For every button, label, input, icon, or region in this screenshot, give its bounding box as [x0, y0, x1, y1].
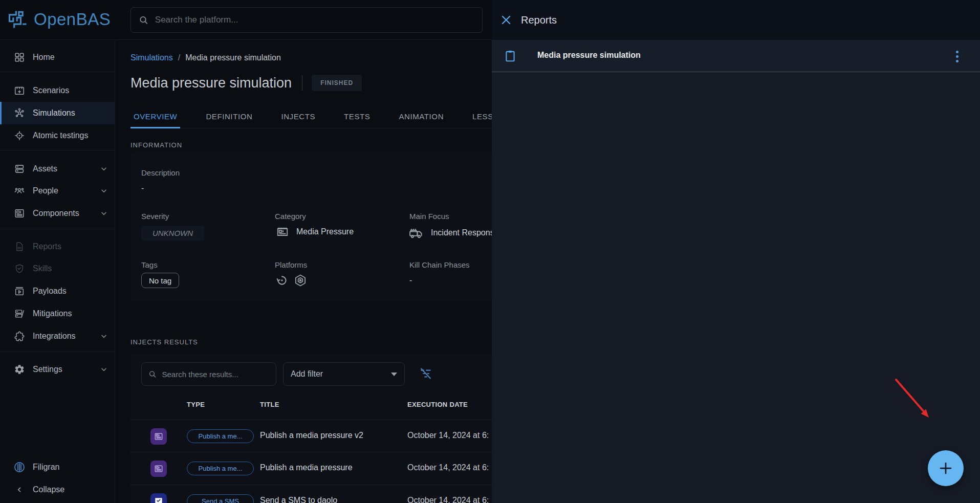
- breadcrumb: Simulations/Media pressure simulation: [130, 53, 281, 62]
- inject-type-chip[interactable]: Send a SMS: [187, 494, 254, 503]
- chevron-down-icon: [100, 187, 108, 195]
- fire-truck-icon: [408, 225, 424, 240]
- filigran-logo: [13, 461, 26, 473]
- sidebar-item-label: People: [33, 186, 58, 195]
- sidebar-item-filigran[interactable]: Filigran: [0, 456, 115, 478]
- results-search-input[interactable]: [161, 369, 270, 379]
- newspaper-icon: [276, 225, 289, 238]
- search-icon: [148, 369, 157, 379]
- sidebar-divider: [0, 72, 115, 72]
- report-item-title: Media pressure simulation: [537, 51, 641, 60]
- sidebar-item-integrations[interactable]: Integrations: [0, 325, 115, 347]
- drawer-title: Reports: [521, 14, 557, 26]
- inject-execution-date: October 14, 2024 at 6:: [407, 496, 489, 503]
- platform-swirl-icon: [275, 273, 289, 288]
- column-header-type: TYPE: [187, 401, 205, 408]
- page-title: Media pressure simulation: [130, 75, 292, 91]
- platform-search-input[interactable]: [154, 14, 475, 26]
- sidebar-item-label: Mitigations: [33, 309, 72, 318]
- sidebar-item-label: Payloads: [33, 287, 67, 296]
- reports-drawer: Reports Media pressure simulation: [492, 0, 980, 503]
- filter-off-icon[interactable]: [419, 366, 433, 381]
- app-logo[interactable]: OpenBAS: [6, 8, 111, 31]
- sidebar-item-scenarios[interactable]: Scenarios: [0, 79, 115, 102]
- sidebar-collapse-button[interactable]: Collapse: [0, 478, 115, 501]
- sidebar-item-people[interactable]: People: [0, 180, 115, 202]
- kill-chain-phases-label: Kill Chain Phases: [409, 260, 470, 269]
- add-report-fab[interactable]: [928, 450, 964, 486]
- sidebar-item-label: Reports: [33, 242, 61, 251]
- inject-type-chip[interactable]: Publish a me...: [187, 429, 254, 443]
- tab-overview[interactable]: OVERVIEW: [130, 105, 180, 128]
- tab-injects[interactable]: INJECTS: [278, 105, 318, 128]
- openbas-logo-icon: [6, 8, 30, 31]
- close-icon[interactable]: [500, 14, 512, 26]
- sidebar-item-label: Assets: [33, 164, 57, 173]
- title-divider: [302, 75, 302, 91]
- sidebar-divider: [0, 229, 115, 229]
- chevron-left-icon: [13, 484, 26, 496]
- add-filter-select[interactable]: Add filter: [283, 362, 405, 386]
- kebab-menu-icon[interactable]: [950, 50, 964, 63]
- category-label: Category: [275, 212, 306, 221]
- sidebar-item-mitigations[interactable]: Mitigations: [0, 302, 115, 325]
- description-label: Description: [141, 168, 180, 177]
- sidebar-item-label: Integrations: [33, 332, 76, 341]
- chevron-down-icon: [100, 209, 108, 217]
- main-focus-value-text: Incident Response: [431, 228, 499, 237]
- payloads-icon: [13, 285, 26, 297]
- logo-text: OpenBAS: [34, 10, 111, 29]
- integrations-icon: [13, 330, 26, 342]
- tab-animation[interactable]: ANIMATION: [396, 105, 447, 128]
- sidebar-item-label: Atomic testings: [33, 131, 88, 140]
- sidebar: Home Scenarios Simulations Atomic testin…: [0, 40, 115, 503]
- breadcrumb-simulations-link[interactable]: Simulations: [130, 53, 173, 62]
- sidebar-item-label: Home: [33, 53, 55, 62]
- sidebar-item-simulations[interactable]: Simulations: [0, 102, 115, 124]
- column-header-execution-date: EXECUTION DATE: [407, 401, 468, 408]
- page-title-row: Media pressure simulation FINISHED: [130, 75, 362, 91]
- clipboard-icon: [504, 49, 517, 63]
- information-section-label: INFORMATION: [130, 141, 182, 149]
- platform-search[interactable]: [130, 7, 483, 33]
- sidebar-item-home[interactable]: Home: [0, 46, 115, 69]
- chevron-down-icon: [100, 365, 108, 374]
- inject-type-chip[interactable]: Publish a me...: [187, 462, 254, 475]
- sidebar-item-atomic-testings[interactable]: Atomic testings: [0, 124, 115, 147]
- sidebar-item-skills[interactable]: Skills: [0, 257, 115, 280]
- severity-value-chip: UNKNOWN: [141, 226, 204, 240]
- inject-execution-date: October 14, 2024 at 6:: [407, 431, 489, 440]
- sidebar-item-label: Collapse: [33, 485, 64, 494]
- sidebar-item-assets[interactable]: Assets: [0, 158, 115, 180]
- description-value: -: [141, 184, 144, 193]
- breadcrumb-current: Media pressure simulation: [185, 53, 281, 62]
- skills-icon: [13, 263, 26, 275]
- inject-title: Publish a media pressure v2: [260, 431, 363, 440]
- sidebar-item-label: Scenarios: [33, 86, 69, 95]
- category-value-text: Media Pressure: [296, 227, 354, 236]
- platforms-label: Platforms: [275, 260, 307, 269]
- tab-tests[interactable]: TESTS: [341, 105, 373, 128]
- sidebar-item-payloads[interactable]: Payloads: [0, 280, 115, 302]
- sms-inject-icon: [150, 493, 167, 503]
- sidebar-item-label: Simulations: [33, 108, 75, 118]
- app-root: OpenBAS Home Scenarios Sim: [0, 0, 980, 503]
- home-icon: [13, 51, 26, 63]
- scenarios-icon: [13, 84, 26, 97]
- report-list-item[interactable]: Media pressure simulation: [492, 40, 980, 72]
- media-pressure-inject-icon: [150, 428, 167, 445]
- search-icon: [138, 14, 149, 26]
- results-search-field[interactable]: [141, 362, 276, 386]
- platform-hexagon-icon: [293, 273, 308, 288]
- main-focus-value: Incident Response: [408, 225, 499, 240]
- tab-definition[interactable]: DEFINITION: [203, 105, 255, 128]
- sidebar-item-components[interactable]: Components: [0, 202, 115, 225]
- atomic-testings-icon: [13, 129, 26, 142]
- sidebar-item-label: Components: [33, 209, 79, 218]
- sidebar-item-reports[interactable]: Reports: [0, 235, 115, 258]
- simulations-icon: [13, 107, 26, 119]
- annotation-arrow: [890, 375, 937, 423]
- sidebar-item-label: Settings: [33, 365, 62, 374]
- sidebar-item-settings[interactable]: Settings: [0, 358, 115, 381]
- reports-icon: [13, 240, 26, 253]
